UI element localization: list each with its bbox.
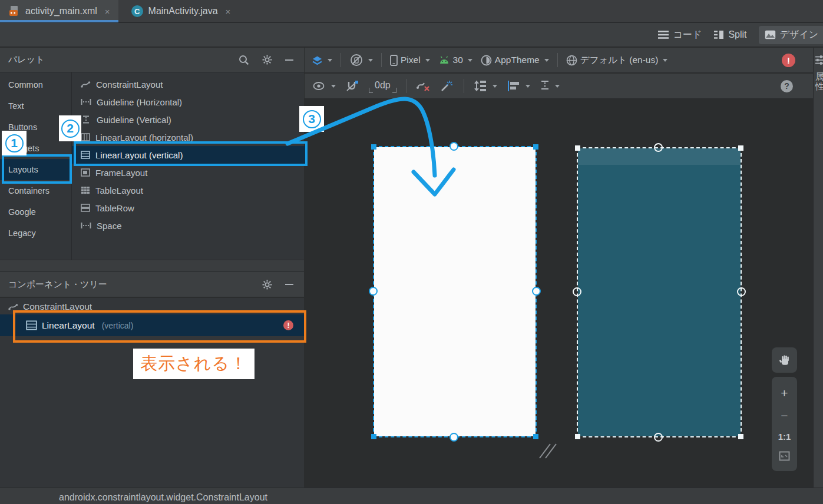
palette-title: パレット [8, 54, 44, 65]
selected-component-path: androidx.constraintlayout.widget.Constra… [59, 492, 267, 503]
palette-item-guideline-horizontal[interactable]: Guideline (Horizontal) [72, 93, 304, 111]
pack-button[interactable] [474, 79, 497, 92]
constraintlayout-icon [8, 303, 18, 311]
palette-category-common[interactable]: Common [0, 74, 72, 95]
design-view-button[interactable]: デザイン [759, 26, 823, 44]
chevron-down-icon [493, 85, 497, 88]
design-toolbar-main: Pixel 30 AppTheme デフォルト (en-us) ! [305, 48, 813, 73]
selection-handle[interactable] [371, 434, 376, 439]
pan-tool-button[interactable] [772, 347, 797, 373]
device-selector[interactable]: Pixel [390, 55, 430, 66]
blueprint-preview-surface[interactable] [578, 148, 741, 436]
split-view-label: Split [728, 29, 746, 40]
palette-category-text[interactable]: Text [0, 95, 72, 117]
issue-panel-error-icon[interactable]: ! [782, 54, 795, 67]
help-icon[interactable]: ? [781, 80, 793, 92]
selection-handle[interactable] [575, 434, 580, 439]
palette-item-linearlayout-horizontal[interactable]: LinearLayout (horizontal) [72, 128, 304, 146]
guidelines-button[interactable] [540, 80, 560, 92]
code-view-button[interactable]: コード [657, 29, 702, 41]
palette-item-linearlayout-vertical[interactable]: LinearLayout (vertical) [72, 146, 308, 164]
palette-item-space[interactable]: Space [72, 217, 304, 234]
hide-panel-icon[interactable] [285, 284, 293, 285]
selection-handle[interactable] [575, 145, 580, 151]
api-level-selector[interactable]: 30 [438, 55, 472, 65]
constraint-anchor[interactable] [737, 287, 746, 296]
default-margin-control[interactable]: 0dp [369, 79, 396, 93]
clear-constraints-button[interactable] [416, 79, 431, 92]
theme-selector[interactable]: AppTheme [481, 55, 549, 66]
gear-icon[interactable] [262, 55, 272, 65]
orientation-button[interactable] [349, 53, 373, 67]
constraint-anchor[interactable] [654, 433, 663, 442]
annotation-step-1: 1 [2, 131, 27, 155]
component-tree-title: コンポーネント・ツリー [8, 279, 107, 290]
error-badge: ! [283, 320, 293, 330]
selection-handle[interactable] [371, 144, 376, 150]
design-toolbar-constraints: 0dp ? [305, 74, 813, 99]
constraint-anchor[interactable] [449, 142, 458, 151]
hand-icon [779, 354, 791, 366]
tree-row-constraintlayout[interactable]: ConstraintLayout [0, 299, 304, 314]
constraint-anchor[interactable] [369, 287, 378, 296]
palette-category-containers[interactable]: Containers [0, 180, 72, 201]
close-icon[interactable]: × [105, 6, 110, 16]
close-icon[interactable]: × [226, 6, 231, 16]
constraintlayout-icon [81, 80, 91, 88]
palette-item-framelayout[interactable]: FrameLayout [72, 164, 304, 181]
selection-handle[interactable] [533, 144, 538, 150]
attributes-tool-window-stripe[interactable]: 属性 [813, 48, 823, 488]
canvas-resize-handle[interactable] [537, 442, 558, 459]
constraint-anchor[interactable] [532, 287, 541, 296]
zoom-actual-size-button[interactable]: 1:1 [778, 432, 791, 441]
toolbar-separator [341, 53, 341, 67]
panel-splitter[interactable] [0, 260, 304, 272]
palette-item-tablerow[interactable]: TableRow [72, 199, 304, 217]
editor-tab-bar: activity_main.xml × C MainActivity.java … [0, 0, 823, 22]
design-surface-button[interactable] [312, 55, 332, 65]
tab-label: MainActivity.java [148, 6, 218, 16]
selection-handle[interactable] [533, 434, 538, 439]
annotation-step-3: 3 [299, 106, 324, 132]
selection-handle[interactable] [738, 434, 743, 439]
palette-category-google[interactable]: Google [0, 201, 72, 223]
sliders-icon [815, 55, 823, 65]
palette-category-legacy[interactable]: Legacy [0, 223, 72, 244]
split-view-button[interactable]: Split [713, 29, 746, 40]
palette-item-guideline-vertical[interactable]: Guideline (Vertical) [72, 111, 304, 128]
tab-mainactivity-java[interactable]: C MainActivity.java × [123, 0, 239, 22]
selection-handle[interactable] [738, 145, 743, 151]
java-class-icon: C [131, 5, 143, 17]
view-options-button[interactable] [313, 82, 336, 91]
android-studio-layout-editor: activity_main.xml × C MainActivity.java … [0, 0, 823, 504]
chevron-down-icon [331, 85, 336, 88]
palette-category-layouts[interactable]: Layouts [0, 159, 72, 180]
api-level-label: 30 [453, 55, 463, 65]
zoom-to-fit-button[interactable] [779, 451, 790, 461]
palette-item-constraintlayout[interactable]: ConstraintLayout [72, 75, 304, 93]
hide-panel-icon[interactable] [285, 59, 293, 61]
zoom-in-button[interactable]: + [781, 387, 788, 399]
autoconnect-toggle[interactable] [345, 79, 359, 92]
design-preview-surface[interactable] [374, 147, 536, 436]
infer-constraints-button[interactable] [440, 79, 454, 92]
palette-categories: Common Text Buttons Widgets Layouts Cont… [0, 72, 72, 260]
tree-row-detail: (vertical) [102, 321, 134, 330]
palette-header: パレット [0, 48, 304, 72]
locale-label: デフォルト (en-us) [580, 54, 659, 67]
toolbar-separator [464, 79, 464, 93]
constraint-anchor[interactable] [654, 143, 663, 152]
tree-row-linearlayout[interactable]: LinearLayout (vertical) ! [0, 314, 304, 336]
zoom-controls: + − 1:1 [772, 377, 797, 471]
constraint-anchor[interactable] [573, 287, 581, 296]
constraint-anchor[interactable] [449, 433, 458, 442]
design-image-icon [765, 30, 776, 39]
align-button[interactable] [507, 80, 530, 92]
zoom-out-button[interactable]: − [781, 409, 788, 422]
gear-icon[interactable] [262, 280, 272, 290]
device-label: Pixel [401, 55, 421, 65]
search-icon[interactable] [239, 55, 249, 65]
locale-selector[interactable]: デフォルト (en-us) [566, 54, 668, 67]
tab-activity-main-xml[interactable]: activity_main.xml × [0, 0, 118, 22]
palette-item-tablelayout[interactable]: TableLayout [72, 181, 304, 199]
